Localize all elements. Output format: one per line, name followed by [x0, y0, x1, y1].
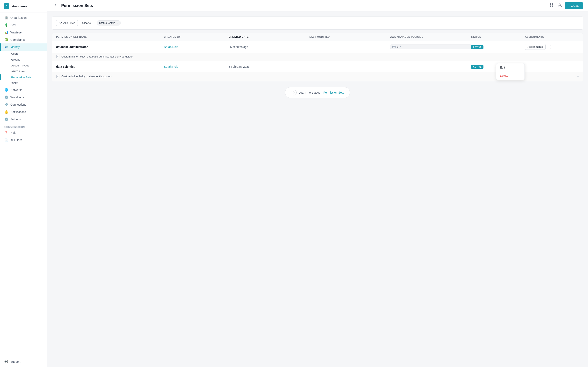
create-button[interactable]: + Create — [565, 2, 583, 9]
sidebar-item-api-tokens[interactable]: API Tokens — [0, 68, 47, 75]
context-menu: Edit Delete — [496, 63, 525, 80]
networks-icon: 🌐 — [4, 88, 8, 92]
sidebar-item-users[interactable]: Users — [0, 51, 47, 57]
delete-menu-item[interactable]: Delete — [496, 72, 525, 80]
remove-filter-icon[interactable]: × — [117, 22, 118, 25]
sidebar-item-identity[interactable]: 🪪 Identity — [0, 43, 47, 51]
grid-icon-button[interactable] — [548, 2, 554, 9]
sidebar-item-wastage[interactable]: 📊 Wastage — [0, 29, 47, 36]
status-badge: ACTIVE — [471, 45, 484, 49]
svg-point-4 — [559, 4, 560, 5]
sidebar-item-groups[interactable]: Groups — [0, 57, 47, 63]
back-button[interactable] — [52, 2, 59, 9]
sidebar-item-permission-sets[interactable]: Permission Sets — [0, 75, 47, 80]
col-status: STATUS — [471, 35, 525, 38]
row1-actions: Assignments ⋮ — [525, 44, 579, 50]
learn-more-card: ? Learn more about Permission Sets — [285, 87, 350, 98]
status-badge: ACTIVE — [471, 65, 484, 69]
svg-rect-3 — [552, 6, 553, 7]
row2-inline-policy: Custom Inline Policy: data-scientist-cus… — [61, 75, 112, 78]
sidebar-item-workloads[interactable]: ⚙️ Workloads — [0, 94, 47, 101]
table-row[interactable]: database-administrator Sarah Reid 26 min… — [52, 41, 583, 53]
help-circle-icon: ? — [291, 90, 297, 95]
policy-chevron-icon: ▾ — [400, 45, 401, 48]
settings-icon: ⚙️ — [4, 117, 8, 121]
page-title: Permission Sets — [61, 3, 93, 8]
policy-count-badge[interactable]: 1 ▾ — [390, 44, 471, 49]
clear-all-button[interactable]: Clear All — [80, 20, 94, 26]
add-filter-button[interactable]: Add Filter — [56, 20, 78, 26]
sidebar-item-notifications[interactable]: 🔔 Notifications — [0, 108, 47, 116]
policy-count-num: 1 — [397, 45, 398, 48]
svg-rect-7 — [393, 47, 394, 47]
add-filter-label: Add Filter — [63, 21, 75, 25]
sidebar-item-label: Help — [10, 131, 16, 134]
sidebar-item-label: Connections — [10, 103, 26, 106]
sidebar-item-support[interactable]: 💬 Support — [0, 358, 47, 365]
col-created-by: CREATED BY — [164, 35, 229, 38]
topbar-actions: + Create — [548, 2, 583, 9]
sidebar-item-account-types[interactable]: Account Types — [0, 63, 47, 68]
more-options-button[interactable]: ⋮ — [525, 64, 531, 69]
assignments-button[interactable]: Assignments — [525, 44, 545, 50]
svg-rect-0 — [550, 3, 551, 5]
sidebar-item-label: Workloads — [10, 96, 24, 99]
row1-name: database-administrator — [56, 45, 164, 49]
row1-expanded: Custom Inline Policy: database-administr… — [52, 53, 583, 61]
col-created-date[interactable]: CREATED DATE ↑ — [229, 35, 310, 38]
learn-more-section: ? Learn more about Permission Sets — [52, 87, 583, 98]
sidebar-item-label: Cost — [10, 24, 16, 27]
api-docs-icon: 📄 — [4, 138, 8, 142]
sidebar-item-label: Compliance — [10, 38, 26, 42]
svg-rect-6 — [393, 46, 395, 47]
edit-menu-item[interactable]: Edit — [496, 63, 525, 72]
active-filter-tag: Status: Active × — [96, 20, 121, 25]
learn-more-text: Learn more about — [299, 91, 321, 94]
sidebar-item-api-docs[interactable]: 📄 API Docs — [0, 136, 47, 144]
app-logo: S — [4, 3, 9, 9]
filter-tag-label: Status: Active — [99, 21, 115, 25]
row2-name: data-scientist — [56, 65, 164, 68]
sidebar-header: S stax-demo — [0, 0, 47, 12]
identity-icon: 🪪 — [4, 45, 8, 49]
learn-more-link[interactable]: Permission Sets — [323, 91, 344, 94]
sidebar-item-organization[interactable]: 🏢 Organization — [0, 14, 47, 21]
sidebar-item-networks[interactable]: 🌐 Networks — [0, 86, 47, 94]
more-options-button[interactable]: ⋮ — [547, 44, 553, 50]
row2-actions: ⋮ — [525, 64, 579, 69]
sidebar-item-label: Networks — [10, 88, 22, 92]
sidebar-item-connections[interactable]: 🔗 Connections — [0, 101, 47, 108]
help-icon: ❓ — [4, 131, 8, 134]
sidebar: S stax-demo 🏢 Organization 💲 Cost 📊 Wast… — [0, 0, 47, 367]
col-name: PERMISSION SET NAME — [56, 35, 164, 38]
workloads-icon: ⚙️ — [4, 95, 8, 99]
sidebar-item-label: Settings — [10, 118, 21, 121]
sidebar-item-label: Notifications — [10, 110, 26, 114]
row2-created-by[interactable]: Sarah Reid — [164, 65, 229, 68]
sidebar-item-scim[interactable]: SCIM — [0, 80, 47, 86]
row1-created-by[interactable]: Sarah Reid — [164, 45, 229, 49]
sidebar-item-label: API Docs — [10, 138, 22, 142]
sidebar-item-settings[interactable]: ⚙️ Settings — [0, 116, 47, 123]
sidebar-item-cost[interactable]: 💲 Cost — [0, 21, 47, 29]
row1-status: ACTIVE — [471, 45, 525, 49]
collapse-icon[interactable]: ▾ — [577, 75, 579, 78]
sidebar-item-compliance[interactable]: ✅ Compliance — [0, 36, 47, 43]
sort-asc-icon: ↑ — [250, 36, 251, 38]
sidebar-item-help[interactable]: ❓ Help — [0, 129, 47, 136]
row1-created-date: 26 minutes ago — [229, 45, 310, 49]
table-row-group: database-administrator Sarah Reid 26 min… — [52, 41, 583, 61]
compliance-icon: ✅ — [4, 38, 8, 42]
sidebar-nav: 🏢 Organization 💲 Cost 📊 Wastage ✅ Compli… — [0, 12, 47, 356]
table-header: PERMISSION SET NAME CREATED BY CREATED D… — [52, 33, 583, 41]
main-content: Permission Sets + Create — [47, 0, 588, 367]
col-last-modified: LAST MODIFIED — [309, 35, 390, 38]
notifications-icon: 🔔 — [4, 110, 8, 114]
cost-icon: 💲 — [4, 23, 8, 27]
user-icon-button[interactable] — [557, 2, 563, 9]
svg-rect-2 — [550, 6, 551, 7]
sidebar-item-label: Identity — [10, 45, 20, 49]
sidebar-item-label: Wastage — [10, 31, 22, 34]
organization-icon: 🏢 — [4, 16, 8, 20]
topbar: Permission Sets + Create — [47, 0, 588, 11]
